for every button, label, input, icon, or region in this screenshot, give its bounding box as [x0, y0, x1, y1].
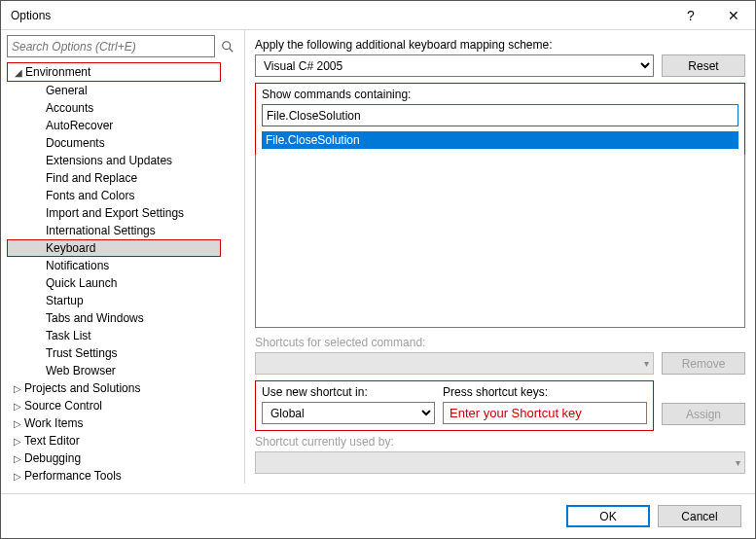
- tree-item[interactable]: Startup: [7, 292, 238, 309]
- cancel-button[interactable]: Cancel: [658, 505, 741, 527]
- currently-used-label: Shortcut currently used by:: [255, 435, 745, 449]
- press-shortcut-input[interactable]: Enter your Shortcut key: [443, 402, 647, 424]
- scheme-label: Apply the following additional keyboard …: [255, 38, 745, 52]
- show-commands-input[interactable]: [262, 104, 738, 126]
- use-new-select[interactable]: Global: [262, 402, 435, 424]
- tree-item[interactable]: Extensions and Updates: [7, 152, 238, 169]
- tree-item[interactable]: ▷Performance Tools: [7, 467, 238, 484]
- tree-item[interactable]: AutoRecover: [7, 117, 238, 134]
- ok-button[interactable]: OK: [566, 505, 650, 527]
- scheme-select[interactable]: Visual C# 2005: [255, 54, 654, 77]
- press-shortcut-label: Press shortcut keys:: [443, 385, 647, 399]
- svg-line-1: [230, 48, 234, 52]
- chevron-right-icon: ▷: [11, 453, 24, 464]
- reset-button[interactable]: Reset: [662, 54, 745, 77]
- chevron-right-icon: ▷: [11, 401, 24, 412]
- options-tree[interactable]: ◢ Environment General Accounts AutoRecov…: [7, 60, 238, 484]
- help-button[interactable]: ?: [669, 1, 712, 30]
- tree-item[interactable]: Tabs and Windows: [7, 309, 238, 327]
- tree-item[interactable]: Quick Launch: [7, 274, 238, 292]
- tree-item[interactable]: ▷Projects and Solutions: [7, 379, 238, 397]
- tree-item[interactable]: Web Browser: [7, 362, 238, 379]
- tree-item[interactable]: ▷Text Editor: [7, 432, 238, 449]
- tree-item[interactable]: ▷Work Items: [7, 414, 238, 432]
- assign-button: Assign: [662, 403, 745, 425]
- shortcuts-label: Shortcuts for selected command:: [255, 336, 745, 349]
- search-icon[interactable]: [217, 36, 238, 57]
- search-input[interactable]: [7, 35, 215, 57]
- tree-item[interactable]: General: [7, 82, 238, 99]
- chevron-down-icon: ▾: [644, 358, 649, 369]
- command-list-item[interactable]: File.CloseSolution: [262, 131, 738, 149]
- chevron-right-icon: ▷: [11, 418, 24, 429]
- tree-item[interactable]: Task List: [7, 327, 238, 344]
- close-button[interactable]: ✕: [712, 1, 755, 30]
- chevron-right-icon: ▷: [11, 436, 24, 447]
- tree-item[interactable]: Accounts: [7, 99, 238, 117]
- tree-item[interactable]: Fonts and Colors: [7, 187, 238, 204]
- svg-point-0: [223, 41, 231, 49]
- tree-item[interactable]: Import and Export Settings: [7, 204, 238, 222]
- chevron-down-icon: ▾: [736, 457, 740, 468]
- tree-label: Environment: [25, 65, 90, 79]
- tree-item[interactable]: Trust Settings: [7, 344, 238, 362]
- chevron-right-icon: ▷: [11, 471, 24, 482]
- remove-button: Remove: [662, 352, 745, 375]
- tree-keyboard[interactable]: Keyboard: [7, 239, 221, 257]
- chevron-down-icon: ◢: [12, 67, 25, 78]
- show-commands-label: Show commands containing:: [262, 88, 738, 101]
- shortcuts-select: ▾: [255, 352, 654, 375]
- tree-environment[interactable]: ◢ Environment: [8, 63, 220, 81]
- window-title: Options: [11, 9, 669, 22]
- tree-item[interactable]: ▷Debugging: [7, 449, 238, 467]
- chevron-right-icon: ▷: [11, 383, 24, 394]
- tree-item[interactable]: ▷Source Control: [7, 397, 238, 414]
- tree-item[interactable]: Find and Replace: [7, 169, 238, 187]
- tree-item[interactable]: Notifications: [7, 257, 238, 274]
- use-new-label: Use new shortcut in:: [262, 385, 435, 399]
- commands-list[interactable]: [255, 155, 745, 328]
- currently-used-select: ▾: [255, 451, 745, 474]
- tree-item[interactable]: Documents: [7, 134, 238, 152]
- tree-item[interactable]: International Settings: [7, 222, 238, 239]
